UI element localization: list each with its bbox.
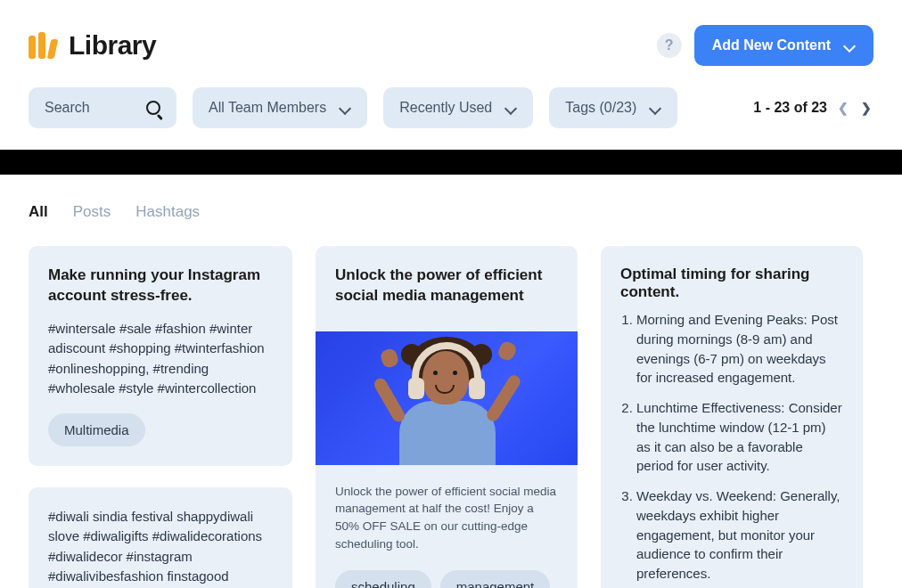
card-title: Optimal timing for sharing content. [601, 246, 863, 310]
help-icon: ? [665, 37, 674, 53]
tags-filter-label: Tags (0/23) [565, 100, 636, 116]
tags-filter[interactable]: Tags (0/23) [549, 87, 677, 128]
team-filter-label: All Team Members [209, 100, 326, 116]
card-image [316, 331, 578, 465]
sort-filter[interactable]: Recently Used [383, 87, 533, 128]
card-body: #diwali sindia festival shappydiwali slo… [48, 507, 273, 587]
tag-pill[interactable]: Multimedia [48, 413, 145, 446]
content-card[interactable]: #diwali sindia festival shappydiwali slo… [29, 487, 292, 588]
content-card[interactable]: Make running your Instagram account stre… [29, 246, 292, 466]
chevron-down-icon [845, 42, 856, 49]
content-card[interactable]: Unlock the power of efficient social med… [316, 246, 578, 588]
logo-icon [29, 32, 56, 59]
list-item: Lunchtime Effectiveness: Consider the lu… [636, 398, 843, 476]
card-title: Unlock the power of efficient social med… [335, 265, 558, 306]
chevron-down-icon [506, 104, 517, 111]
tag-pill[interactable]: management [440, 570, 551, 588]
list-item: Weekday vs. Weekend: Generally, weekdays… [636, 486, 843, 584]
sort-filter-label: Recently Used [399, 100, 492, 116]
search-input[interactable] [45, 100, 132, 116]
card-body: #wintersale #sale #fashion #winter adisc… [48, 319, 273, 399]
add-new-content-button[interactable]: Add New Content [694, 25, 873, 66]
pagination-next[interactable]: ❯ [859, 101, 873, 115]
content-card[interactable]: Optimal timing for sharing content. Morn… [601, 246, 863, 588]
chevron-down-icon [340, 104, 351, 111]
card-title: Make running your Instagram account stre… [48, 265, 273, 306]
card-body: Unlock the power of efficient social med… [316, 465, 578, 561]
search-icon [146, 101, 160, 115]
list-item: Morning and Evening Peaks: Post during m… [636, 310, 843, 388]
pagination-prev[interactable]: ❮ [836, 101, 850, 115]
team-filter[interactable]: All Team Members [193, 87, 367, 128]
tab-hashtags[interactable]: Hashtags [135, 203, 200, 221]
add-button-label: Add New Content [712, 37, 831, 53]
pagination-text: 1 - 23 of 23 [753, 100, 827, 116]
tab-all[interactable]: All [29, 203, 48, 221]
logo: Library [29, 30, 156, 61]
search-input-wrap[interactable] [29, 87, 176, 128]
card-list: Morning and Evening Peaks: Post during m… [601, 310, 863, 588]
tag-pill[interactable]: scheduling [335, 570, 431, 588]
page-title: Library [69, 30, 156, 61]
divider-bar [0, 150, 902, 175]
tab-posts[interactable]: Posts [73, 203, 111, 221]
chevron-down-icon [651, 104, 661, 111]
help-button[interactable]: ? [657, 33, 682, 58]
